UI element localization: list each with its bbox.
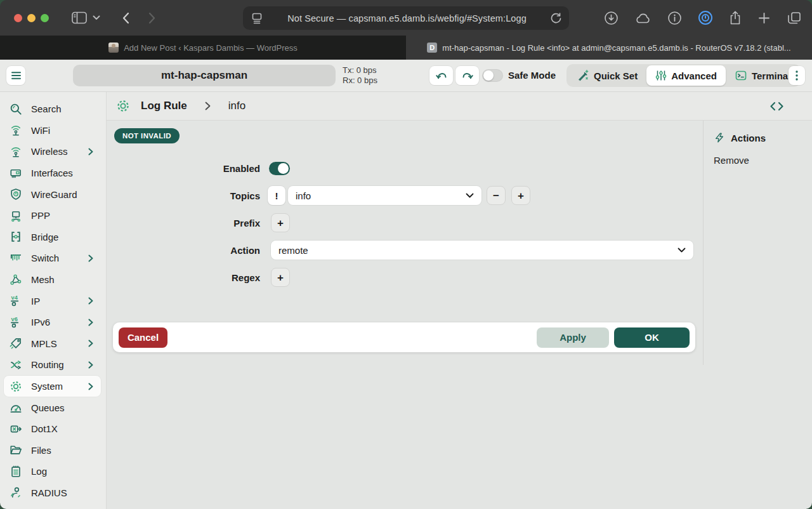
topics-row: Topics ! info − +	[114, 186, 703, 205]
redo-button[interactable]	[455, 66, 479, 85]
log-icon	[9, 465, 23, 479]
rx-rate: Rx: 0 bps	[343, 76, 377, 86]
sidebar-item-wireless[interactable]: Wireless	[0, 141, 106, 162]
new-tab-icon[interactable]	[757, 11, 771, 25]
sidebar-item-mesh[interactable]: Mesh	[0, 269, 106, 291]
remove-topic-button[interactable]: −	[487, 186, 506, 205]
sidebar-item-switch[interactable]: Switch	[0, 248, 106, 269]
regex-row: Regex +	[114, 268, 703, 287]
sidebar-item-search[interactable]: Search	[0, 98, 106, 120]
share-icon[interactable]	[729, 10, 742, 25]
downloads-icon[interactable]	[604, 11, 619, 25]
ok-button[interactable]: OK	[614, 327, 690, 348]
svg-text:v4: v4	[11, 294, 18, 301]
sidebar-item-radius[interactable]: RADIUS	[0, 482, 106, 504]
reload-icon[interactable]	[551, 13, 561, 24]
lightning-icon	[714, 132, 725, 143]
expand-code-icon[interactable]	[769, 102, 784, 111]
safe-mode-toggle[interactable]	[482, 69, 503, 82]
address-bar[interactable]: Not Secure — capsman.e5.damb.is/webfig/#…	[243, 6, 569, 30]
onepassword-icon[interactable]	[698, 10, 713, 25]
info-icon[interactable]	[667, 11, 682, 25]
kebab-icon	[796, 70, 798, 81]
add-topic-button[interactable]: +	[511, 186, 530, 205]
sidebar-item-mpls[interactable]: MPLS	[0, 333, 106, 355]
sidebar-item-ip[interactable]: v4 IP	[0, 290, 106, 312]
breadcrumb-section[interactable]: Log Rule	[141, 100, 187, 112]
enabled-toggle[interactable]	[269, 162, 290, 175]
gear-icon	[115, 98, 131, 114]
add-prefix-button[interactable]: +	[271, 213, 290, 232]
routing-icon	[9, 358, 23, 372]
undo-button[interactable]	[429, 66, 453, 85]
redo-icon	[462, 70, 473, 81]
tab-overview-icon[interactable]	[787, 11, 802, 25]
url-text: Not Secure — capsman.e5.damb.is/webfig/#…	[263, 13, 551, 23]
negate-button[interactable]: !	[268, 186, 285, 205]
mpls-icon	[9, 336, 23, 350]
sidebar-item-queues[interactable]: Queues	[0, 397, 106, 418]
minimize-window-button[interactable]	[27, 14, 36, 22]
files-icon	[9, 443, 23, 457]
remove-action[interactable]: Remove	[714, 155, 812, 166]
more-options-button[interactable]	[789, 66, 805, 85]
actions-panel: Actions Remove	[703, 121, 812, 365]
sidebar-item-partial[interactable]	[0, 503, 106, 509]
topics-select[interactable]: info	[288, 186, 481, 205]
apply-button[interactable]: Apply	[537, 327, 609, 348]
browser-titlebar: Not Secure — capsman.e5.damb.is/webfig/#…	[0, 0, 812, 36]
action-select[interactable]: remote	[271, 241, 693, 260]
chevron-right-icon	[88, 361, 93, 369]
sidebar-item-ppp[interactable]: PPP	[0, 205, 106, 227]
sidebar-item-wireguard[interactable]: WireGuard	[0, 183, 106, 205]
sidebar-item-bridge[interactable]: Bridge	[0, 227, 106, 248]
sidebar-item-routing[interactable]: Routing	[0, 354, 106, 376]
sidebar-item-interfaces[interactable]: Interfaces	[0, 162, 106, 184]
quick-set-tab[interactable]: Quick Set	[568, 65, 646, 86]
cancel-button[interactable]: Cancel	[119, 327, 167, 348]
sidebar: Search WiFi Wireless Interfaces WireGuar…	[0, 92, 107, 509]
queues-icon	[9, 400, 23, 414]
chevron-down-icon	[466, 193, 474, 198]
regex-label: Regex	[114, 272, 268, 283]
search-icon	[9, 102, 23, 116]
chevron-right-icon	[88, 340, 93, 347]
actions-title: Actions	[731, 133, 766, 143]
sidebar-item-dot1x[interactable]: Dot1X	[0, 418, 106, 440]
radius-icon	[9, 486, 23, 499]
router-identity[interactable]: mt-hap-capsman	[73, 65, 336, 86]
action-row: Action remote	[114, 241, 703, 260]
advanced-tab[interactable]: Advanced	[646, 65, 726, 86]
chevron-right-icon	[88, 383, 93, 390]
tab-bar: Add New Post ‹ Kaspars Dambis — WordPres…	[0, 36, 812, 60]
zoom-window-button[interactable]	[41, 14, 49, 22]
tab-title: mt-hap-capsman - Log Rule <info> at admi…	[442, 43, 790, 53]
hamburger-icon	[11, 72, 21, 79]
add-regex-button[interactable]: +	[271, 268, 290, 287]
prefix-label: Prefix	[114, 218, 268, 228]
sidebar-item-system[interactable]: System	[4, 376, 101, 397]
back-button[interactable]	[122, 8, 129, 27]
sidebar-item-log[interactable]: Log	[0, 461, 106, 482]
sidebar-item-wifi[interactable]: WiFi	[0, 120, 106, 142]
page-settings-icon[interactable]	[251, 12, 263, 25]
interfaces-icon	[9, 166, 23, 180]
forward-button[interactable]	[148, 8, 156, 27]
sidebar-chevron-down-icon[interactable]	[93, 8, 100, 27]
wordpress-avatar-favicon	[108, 43, 119, 53]
mesh-icon	[9, 273, 23, 287]
close-window-button[interactable]	[14, 14, 22, 22]
icloud-icon[interactable]	[634, 11, 652, 24]
hamburger-menu-button[interactable]	[6, 66, 25, 85]
sidebar-toggle-icon[interactable]	[71, 8, 88, 27]
breadcrumb: Log Rule info	[107, 92, 812, 121]
sidebar-item-files[interactable]: Files	[0, 440, 106, 461]
sidebar-item-ipv6[interactable]: v6 IPv6	[0, 312, 106, 333]
magic-wand-icon	[577, 69, 589, 82]
footer-button-bar: Cancel Apply OK	[113, 322, 695, 352]
tab-wordpress[interactable]: Add New Post ‹ Kaspars Dambis — WordPres…	[0, 36, 406, 60]
wireless-icon	[9, 145, 23, 159]
chevron-right-icon	[205, 102, 211, 110]
tab-routeros[interactable]: D mt-hap-capsman - Log Rule <info> at ad…	[406, 36, 812, 60]
enabled-label: Enabled	[114, 163, 268, 174]
